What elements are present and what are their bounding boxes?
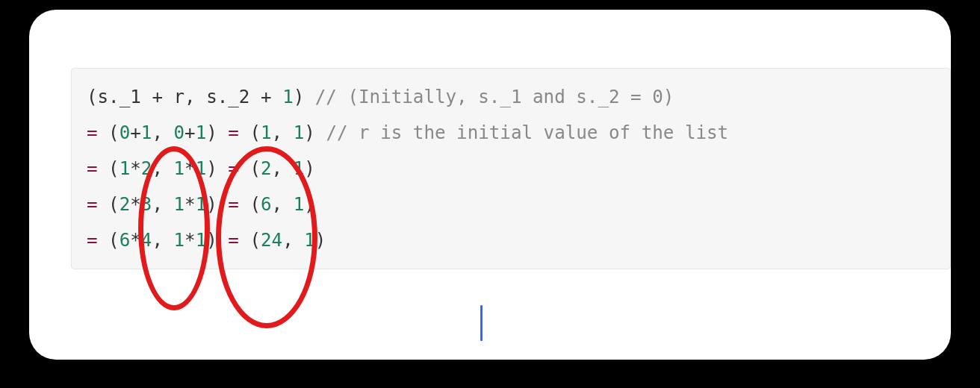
code-token: 2 [120, 194, 131, 215]
code-token: + [130, 122, 141, 143]
code-token: 4 [141, 230, 152, 251]
code-token: 1 [174, 158, 185, 179]
code-token: * [184, 194, 196, 215]
code-token: // (Initially, s._1 and s._2 = 0) [315, 87, 674, 107]
code-token: ) [294, 87, 315, 107]
code-token: ( [239, 194, 261, 215]
code-token: , [272, 158, 294, 179]
code-token: 6 [261, 194, 272, 215]
code-line: = (6*4, 1*1) = (24, 1) [87, 222, 935, 258]
code-token: , [152, 230, 173, 251]
code-token: 6 [120, 230, 131, 251]
code-token: 1 [141, 122, 152, 143]
code-token: 1 [294, 194, 305, 215]
code-token: * [130, 158, 141, 179]
code-token: 1 [196, 230, 207, 251]
code-token: 1 [294, 158, 305, 179]
code-token: = [87, 122, 98, 143]
code-line: = (1*2, 1*1) = (2, 1) [87, 151, 935, 187]
code-token: ) [206, 122, 228, 143]
code-token: , [282, 230, 304, 251]
code-token: ) [315, 230, 326, 251]
code-token: 1 [196, 158, 207, 179]
code-token: 1 [174, 230, 185, 251]
code-token: 1 [196, 194, 207, 215]
code-token: s._1 [98, 87, 152, 107]
code-token: // r is the initial value of the list [326, 122, 728, 143]
code-token: , [184, 87, 206, 107]
code-token: 1 [294, 122, 305, 143]
content-card: (s._1 + r, s._2 + 1) // (Initially, s._1… [29, 10, 951, 360]
code-token: = [87, 230, 98, 251]
code-token: ( [98, 230, 120, 251]
code-token: * [130, 194, 141, 215]
code-token: 1 [261, 122, 272, 143]
code-token: = [87, 158, 98, 179]
code-token: ( [98, 194, 120, 215]
code-token: ( [239, 230, 261, 251]
code-token: * [184, 230, 196, 251]
code-token: + [261, 87, 272, 107]
code-token: + [152, 87, 163, 107]
code-token: = [228, 122, 239, 143]
code-token: 1 [304, 230, 315, 251]
code-token: 24 [261, 230, 282, 251]
code-token: 1 [196, 122, 207, 143]
code-token: ( [239, 158, 261, 179]
code-token: = [87, 194, 98, 215]
code-token: ) [206, 230, 228, 251]
code-line: = (0+1, 0+1) = (1, 1) // r is the initia… [87, 115, 935, 151]
code-token: ) [206, 158, 228, 179]
code-token: ( [87, 87, 98, 107]
code-token: ( [98, 158, 120, 179]
code-token: 2 [141, 158, 152, 179]
code-token: 2 [261, 158, 272, 179]
code-token: ) [304, 194, 315, 215]
code-token: 3 [141, 194, 152, 215]
code-token: , [272, 194, 294, 215]
code-token: ( [98, 122, 120, 143]
code-token: = [228, 158, 239, 179]
text-cursor-caret [480, 305, 483, 341]
code-token: r [163, 87, 184, 107]
code-token: = [228, 230, 239, 251]
code-token: , [152, 122, 173, 143]
code-token: ) [304, 158, 315, 179]
code-token: , [272, 122, 294, 143]
code-token: , [152, 158, 173, 179]
code-token: 1 [174, 194, 185, 215]
code-token: ( [239, 122, 261, 143]
code-token: * [184, 158, 196, 179]
code-line: (s._1 + r, s._2 + 1) // (Initially, s._1… [87, 79, 935, 115]
code-token: 0 [174, 122, 185, 143]
code-token: * [130, 230, 141, 251]
code-token [272, 87, 283, 107]
code-token: 0 [120, 122, 131, 143]
code-token: ) [206, 194, 228, 215]
code-line: = (2*3, 1*1) = (6, 1) [87, 187, 935, 222]
code-token: ) [304, 122, 326, 143]
code-token: = [228, 194, 239, 215]
code-token: , [152, 194, 173, 215]
code-token: + [184, 122, 196, 143]
code-token: s._2 [206, 87, 261, 107]
code-token: 1 [282, 87, 294, 107]
code-token: 1 [120, 158, 131, 179]
code-block: (s._1 + r, s._2 + 1) // (Initially, s._1… [71, 68, 951, 269]
